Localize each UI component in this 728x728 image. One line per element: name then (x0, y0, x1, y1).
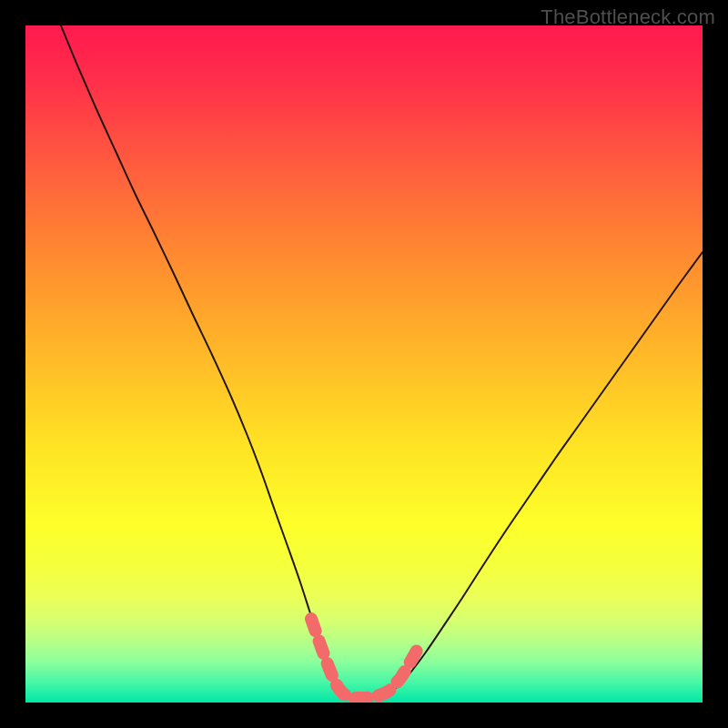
chart-stage: TheBottleneck.com (0, 0, 728, 728)
curve-minimum-accent (311, 619, 419, 698)
plot-svg (25, 25, 703, 703)
plot-area (25, 25, 703, 703)
curve-right-branch (346, 252, 703, 698)
curve-left-branch (61, 25, 346, 697)
watermark-label: TheBottleneck.com (541, 5, 715, 29)
